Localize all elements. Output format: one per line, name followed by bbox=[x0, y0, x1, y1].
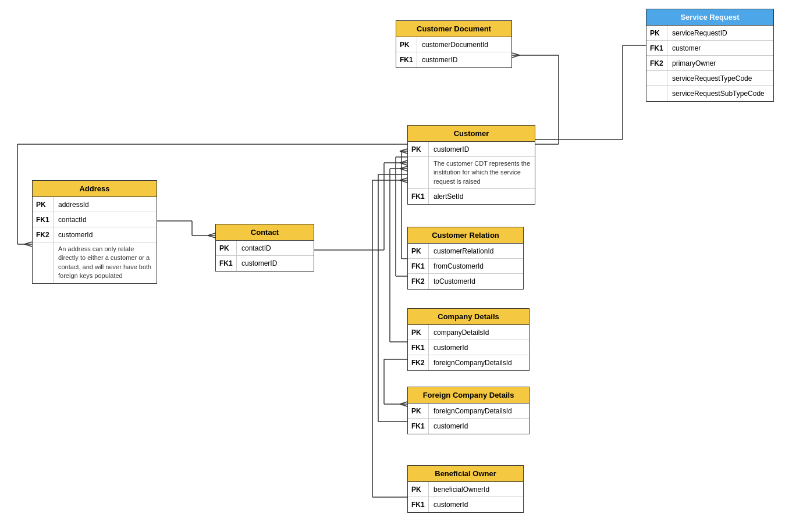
table-row: FK1 contactId bbox=[33, 212, 157, 227]
table-row: serviceRequestSubTypeCode bbox=[646, 86, 773, 101]
field-cell: customerID bbox=[237, 256, 314, 271]
svg-line-29 bbox=[400, 151, 407, 153]
table-row: FK1 customerId bbox=[408, 340, 529, 355]
svg-line-50 bbox=[400, 180, 407, 183]
field-cell: customerId bbox=[429, 419, 529, 434]
key-cell: FK1 bbox=[408, 259, 429, 273]
field-cell: foreignCompanyDetailsId bbox=[429, 404, 529, 418]
field-cell: serviceRequestID bbox=[667, 26, 773, 40]
table-row: FK2 toCustomerId bbox=[408, 274, 523, 289]
field-cell: customerID bbox=[417, 52, 511, 67]
key-cell: FK1 bbox=[646, 41, 667, 55]
key-cell: FK2 bbox=[408, 355, 429, 370]
entity-customer-document: Customer Document PK customerDocumentId … bbox=[396, 20, 512, 68]
table-row: FK1 customerId bbox=[408, 419, 529, 434]
svg-line-18 bbox=[400, 160, 407, 163]
entity-service-request: Service Request PK serviceRequestID FK1 … bbox=[646, 9, 774, 102]
svg-line-4 bbox=[512, 55, 520, 58]
key-cell: PK bbox=[408, 325, 429, 340]
entity-company-details-header: Company Details bbox=[408, 309, 529, 325]
entity-foreign-company-details: Foreign Company Details PK foreignCompan… bbox=[407, 387, 530, 434]
key-cell: PK bbox=[396, 37, 417, 52]
entity-service-request-header: Service Request bbox=[646, 9, 773, 26]
table-row: FK1 fromCustomerId bbox=[408, 259, 523, 274]
key-cell: PK bbox=[33, 197, 54, 212]
table-row: FK2 primaryOwner bbox=[646, 56, 773, 71]
svg-line-36 bbox=[400, 166, 407, 169]
key-cell bbox=[646, 71, 667, 85]
key-cell bbox=[408, 157, 429, 188]
svg-line-23 bbox=[208, 233, 215, 235]
table-row: PK addressId bbox=[33, 197, 157, 212]
svg-line-24 bbox=[208, 235, 215, 238]
svg-line-28 bbox=[400, 149, 407, 151]
key-cell: PK bbox=[408, 142, 429, 156]
field-cell: customerId bbox=[54, 227, 157, 242]
entity-foreign-company-details-header: Foreign Company Details bbox=[408, 387, 529, 404]
table-row: PK serviceRequestID bbox=[646, 26, 773, 41]
key-cell: FK1 bbox=[33, 212, 54, 227]
entity-address: Address PK addressId FK1 contactId FK2 c… bbox=[32, 180, 157, 284]
key-cell: PK bbox=[646, 26, 667, 40]
field-cell: companyDetailsId bbox=[429, 325, 529, 340]
key-cell bbox=[33, 242, 54, 283]
field-cell: customerRelationId bbox=[429, 244, 523, 258]
table-row: FK2 customerId bbox=[33, 227, 157, 242]
entity-beneficial-owner: Beneficial Owner PK beneficialOwnerId FK… bbox=[407, 465, 524, 513]
field-cell: customer bbox=[667, 41, 773, 55]
key-cell: PK bbox=[408, 482, 429, 497]
svg-line-19 bbox=[400, 163, 407, 165]
table-row: PK beneficialOwnerId bbox=[408, 482, 523, 497]
svg-line-41 bbox=[400, 402, 407, 404]
field-cell: serviceRequestTypeCode bbox=[667, 71, 773, 85]
key-cell bbox=[646, 86, 667, 101]
entity-address-header: Address bbox=[33, 181, 157, 197]
diagram-container: Service Request PK serviceRequestID FK1 … bbox=[0, 0, 803, 532]
svg-line-14 bbox=[24, 244, 32, 247]
key-cell: PK bbox=[216, 241, 237, 255]
table-row: FK1 alertSetId bbox=[408, 189, 535, 204]
field-cell: contactID bbox=[237, 241, 314, 255]
table-row: An address can only relatedirectly to ei… bbox=[33, 242, 157, 283]
field-cell: fromCustomerId bbox=[429, 259, 523, 273]
table-row: PK customerDocumentId bbox=[396, 37, 511, 52]
table-row: FK2 foreignCompanyDetailsId bbox=[408, 355, 529, 370]
table-row: FK1 customerId bbox=[408, 497, 523, 512]
table-row: PK contactID bbox=[216, 241, 314, 256]
key-cell: PK bbox=[408, 404, 429, 418]
table-row: FK1 customer bbox=[646, 41, 773, 56]
svg-line-3 bbox=[512, 53, 520, 55]
entity-customer-relation: Customer Relation PK customerRelationId … bbox=[407, 227, 524, 290]
entity-customer-relation-header: Customer Relation bbox=[408, 227, 523, 244]
table-row: FK1 customerID bbox=[216, 256, 314, 271]
table-row: PK companyDetailsId bbox=[408, 325, 529, 340]
field-cell: customerID bbox=[429, 142, 535, 156]
key-cell: FK1 bbox=[408, 189, 429, 204]
key-cell: FK2 bbox=[646, 56, 667, 70]
svg-line-42 bbox=[400, 404, 407, 406]
field-cell: toCustomerId bbox=[429, 274, 523, 289]
field-note: An address can only relatedirectly to ei… bbox=[54, 242, 156, 283]
entity-company-details: Company Details PK companyDetailsId FK1 … bbox=[407, 308, 530, 371]
svg-line-49 bbox=[400, 178, 407, 180]
field-cell: customerId bbox=[429, 340, 529, 355]
key-cell: FK2 bbox=[408, 274, 429, 289]
field-cell: beneficialOwnerId bbox=[429, 482, 523, 497]
entity-contact: Contact PK contactID FK1 customerID bbox=[215, 224, 314, 272]
table-row: The customer CDT represents theinstituti… bbox=[408, 157, 535, 189]
key-cell: FK1 bbox=[216, 256, 237, 271]
field-cell: customerDocumentId bbox=[417, 37, 511, 52]
entity-customer: Customer PK customerID The customer CDT … bbox=[407, 125, 535, 205]
table-row: PK customerID bbox=[408, 142, 535, 157]
field-cell: alertSetId bbox=[429, 189, 535, 204]
key-cell: FK1 bbox=[408, 340, 429, 355]
entity-customer-document-header: Customer Document bbox=[396, 21, 511, 37]
svg-line-37 bbox=[400, 169, 407, 171]
key-cell: FK2 bbox=[33, 227, 54, 242]
table-row: PK customerRelationId bbox=[408, 244, 523, 259]
table-row: serviceRequestTypeCode bbox=[646, 71, 773, 86]
field-cell: contactId bbox=[54, 212, 157, 227]
field-cell: customerId bbox=[429, 497, 523, 512]
key-cell: PK bbox=[408, 244, 429, 258]
field-cell: addressId bbox=[54, 197, 157, 212]
